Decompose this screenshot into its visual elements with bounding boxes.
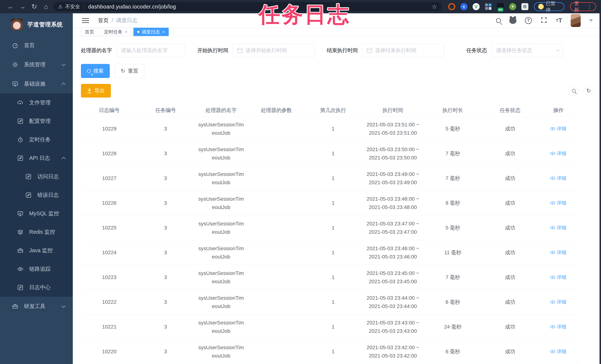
back-icon[interactable]: ← xyxy=(5,3,17,10)
sidebar-item-api-log[interactable]: API 日志 xyxy=(0,149,73,167)
home-icon[interactable]: ⌂ xyxy=(40,3,52,10)
sidebar-item-log-center[interactable]: 日志中心 xyxy=(0,278,73,297)
cell-task-id: 3 xyxy=(138,126,193,132)
extension-icon[interactable] xyxy=(448,3,455,10)
detail-link[interactable]: 详细 xyxy=(550,324,566,330)
detail-link[interactable]: 详细 xyxy=(550,224,566,231)
detail-link-label: 详细 xyxy=(557,324,566,330)
sidebar-item-redis[interactable]: Redis 监控 xyxy=(0,223,73,241)
table-row: 10226 3 sysUserSessionTim eoutJob 1 2021… xyxy=(81,191,579,215)
detail-link[interactable]: 详细 xyxy=(550,175,566,182)
time-start: 2021-05-03 23:51:00 ~ xyxy=(362,121,423,129)
cell-status: 成功 xyxy=(482,348,538,355)
user-avatar[interactable] xyxy=(571,14,581,27)
cell-handler: sysUserSessionTim eoutJob xyxy=(193,319,249,335)
close-icon[interactable]: × xyxy=(125,29,127,35)
github-icon[interactable] xyxy=(509,17,516,24)
detail-link[interactable]: 详细 xyxy=(550,150,566,157)
sidebar-item-mysql[interactable]: MySQL 监控 xyxy=(0,204,73,223)
sidebar-item-infra[interactable]: 基础设施 xyxy=(0,74,73,93)
extension-icon[interactable] xyxy=(485,3,492,10)
address-bar[interactable]: ⚠ 不安全 dashboard.yudao.iocoder.cn/job/log… xyxy=(53,2,442,11)
search-icon[interactable] xyxy=(496,18,501,23)
tab-job-log[interactable]: 调度日志 × xyxy=(133,28,169,36)
cell-log-id: 10224 xyxy=(81,250,138,255)
reset-button-label: 重置 xyxy=(128,67,138,74)
sidebar-item-trace[interactable]: 链路追踪 xyxy=(0,260,73,278)
cell-status: 成功 xyxy=(482,224,538,231)
cell-count: 1 xyxy=(304,126,362,132)
sidebar-item-dev-tools[interactable]: 研发工具 xyxy=(0,297,73,316)
cell-handler: sysUserSessionTim eoutJob xyxy=(193,195,249,211)
help-icon[interactable]: ? xyxy=(525,17,532,24)
table-row: 10224 3 sysUserSessionTim eoutJob 1 2021… xyxy=(81,240,579,265)
start-time-input[interactable] xyxy=(246,48,310,53)
cell-status: 成功 xyxy=(482,150,538,157)
detail-link[interactable]: 详细 xyxy=(550,274,566,281)
sidebar-item-job[interactable]: 定时任务 xyxy=(0,131,73,149)
fullscreen-icon[interactable] xyxy=(541,17,547,24)
tab-scheduled-task[interactable]: 定时任务 × xyxy=(100,28,131,36)
menu-kebab-icon[interactable]: ⋮ xyxy=(587,4,592,10)
update-button[interactable]: 更新 ⋮ xyxy=(570,2,596,11)
eye-icon xyxy=(550,177,555,180)
reload-icon[interactable]: ↻ xyxy=(29,3,40,10)
reset-button[interactable]: ↻ 重置 xyxy=(115,64,144,78)
sidebar-item-label: 错误日志 xyxy=(37,192,65,199)
detail-link[interactable]: 详细 xyxy=(550,348,566,355)
toggle-search-button[interactable] xyxy=(569,86,579,96)
col-header-param: 处理器的参数 xyxy=(249,107,304,114)
eye-icon xyxy=(550,276,555,279)
eye-icon xyxy=(550,251,555,254)
security-label[interactable]: 不安全 xyxy=(65,3,80,10)
cell-handler: sysUserSessionTim eoutJob xyxy=(193,145,249,162)
extension-icon[interactable]: ● xyxy=(461,3,467,10)
search-icon xyxy=(572,89,576,92)
handler-line2: eoutJob xyxy=(193,302,249,310)
end-time-input[interactable] xyxy=(375,48,440,53)
sidebar-item-home[interactable]: 首页 xyxy=(0,36,73,55)
extension-icon[interactable]: V xyxy=(473,3,480,10)
extension-icon[interactable]: ✦ xyxy=(509,3,516,10)
table-row: 10223 3 sysUserSessionTim eoutJob 1 2021… xyxy=(81,265,579,290)
url-text[interactable]: dashboard.yudao.iocoder.cn/job/log xyxy=(88,4,176,10)
bookmark-star-icon[interactable]: ☆ xyxy=(432,3,437,10)
forward-icon[interactable]: → xyxy=(17,3,29,10)
detail-link[interactable]: 详细 xyxy=(550,125,566,132)
cell-count: 1 xyxy=(304,324,362,330)
handler-input[interactable] xyxy=(121,48,180,53)
detail-link[interactable]: 详细 xyxy=(550,200,566,206)
caret-down-icon[interactable] xyxy=(589,20,593,22)
sidebar-item-java[interactable]: Java 监控 xyxy=(0,241,73,260)
close-icon[interactable]: × xyxy=(162,29,165,35)
refresh-table-button[interactable]: ↻ xyxy=(584,86,594,96)
sidebar: 芋道管理系统 首页 系统管理 基础设施 文件管理 xyxy=(0,13,73,364)
sidebar-item-config[interactable]: 配置管理 xyxy=(0,112,73,131)
cell-time: 2021-05-03 23:44:00 ~ 2021-05-03 23:44:0… xyxy=(362,294,423,310)
extension-icon[interactable]: on xyxy=(497,3,504,10)
sidebar-item-label: 访问日志 xyxy=(37,173,65,180)
refresh-icon: ↻ xyxy=(586,88,591,93)
detail-link-label: 详细 xyxy=(557,348,566,355)
extension-puzzle-icon[interactable]: ⚙ xyxy=(521,3,528,10)
cell-duration: 8 毫秒 xyxy=(423,200,482,207)
handler-line2: eoutJob xyxy=(193,203,249,211)
tab-home[interactable]: 首页 xyxy=(81,28,98,36)
detail-link[interactable]: 详细 xyxy=(550,249,566,256)
time-start: 2021-05-03 23:50:00 ~ xyxy=(362,145,423,153)
breadcrumb-home[interactable]: 首页 xyxy=(98,17,109,24)
cell-duration: 7 毫秒 xyxy=(423,150,482,157)
search-button[interactable]: 搜索 xyxy=(81,64,110,78)
app-title: 芋道管理系统 xyxy=(27,21,63,29)
font-size-icon[interactable]: TT xyxy=(556,17,562,24)
hamburger-icon[interactable] xyxy=(82,20,89,21)
sidebar-item-system[interactable]: 系统管理 xyxy=(0,55,73,74)
paused-badge[interactable]: 已暂停 xyxy=(534,2,565,11)
sidebar-item-file[interactable]: 文件管理 xyxy=(0,93,73,112)
status-select[interactable]: 请选择任务状态 xyxy=(491,44,563,57)
detail-link[interactable]: 详细 xyxy=(550,299,566,305)
sidebar-item-access-log[interactable]: 访问日志 xyxy=(0,167,73,186)
cell-duration: 7 毫秒 xyxy=(423,274,482,281)
sidebar-item-error-log[interactable]: 错误日志 xyxy=(0,186,73,204)
export-button[interactable]: 导出 xyxy=(81,84,111,98)
